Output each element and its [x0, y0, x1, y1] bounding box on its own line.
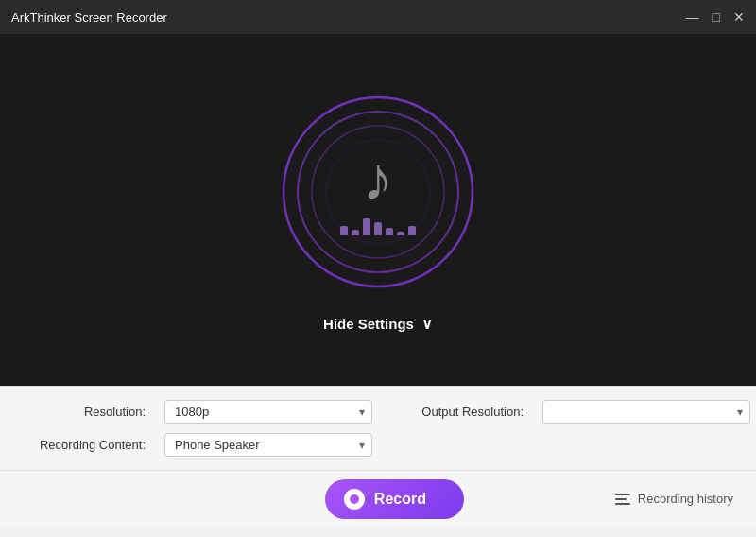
output-resolution-label: Output Resolution: [391, 405, 524, 419]
recording-history-button[interactable]: Recording history [615, 492, 733, 506]
chevron-down-icon: ∨ [421, 315, 433, 333]
history-label: Recording history [638, 492, 733, 506]
history-line-3 [615, 503, 630, 505]
eq-bars [340, 217, 416, 235]
list-icon [615, 494, 630, 505]
close-button[interactable]: ✕ [733, 10, 745, 24]
history-line-2 [615, 498, 627, 500]
recording-content-row: Recording Content: Phone Speaker System … [23, 433, 733, 457]
hide-settings-toggle[interactable]: Hide Settings ∨ [323, 315, 433, 333]
title-bar: ArkThinker Screen Recorder — □ ✕ [0, 0, 756, 34]
title-bar-left: ArkThinker Screen Recorder [11, 10, 167, 25]
eq-bar [374, 222, 382, 235]
app-title: ArkThinker Screen Recorder [11, 10, 167, 25]
history-line-1 [615, 494, 630, 495]
record-button[interactable]: Record [325, 479, 464, 519]
eq-bar [386, 228, 393, 235]
eq-bar [408, 226, 416, 235]
record-icon-inner [350, 494, 359, 504]
eq-bar [397, 232, 404, 235]
record-icon [344, 489, 365, 510]
recording-content-label: Recording Content: [23, 438, 146, 452]
maximize-button[interactable]: □ [713, 10, 720, 24]
main-content: ♪ Hide Settings ∨ [0, 34, 756, 386]
audio-visualizer: ♪ [274, 88, 482, 296]
minimize-button[interactable]: — [686, 10, 699, 24]
eq-bar [340, 226, 348, 235]
settings-panel: Resolution: 1080p 720p 1440p 4K Output R… [0, 386, 756, 470]
resolution-select-wrapper: 1080p 720p 1440p 4K [164, 400, 372, 424]
record-center: Record [174, 479, 615, 519]
resolution-label: Resolution: [23, 405, 146, 419]
eq-bar [363, 218, 370, 235]
music-note-container: ♪ [340, 148, 416, 235]
resolution-select[interactable]: 1080p 720p 1440p 4K [164, 400, 372, 424]
title-bar-controls: — □ ✕ [686, 10, 745, 24]
action-bar: Record Recording history [0, 470, 756, 527]
music-note-icon: ♪ [363, 148, 393, 209]
record-label: Record [374, 491, 426, 508]
resolution-row: Resolution: 1080p 720p 1440p 4K Output R… [23, 400, 733, 424]
output-resolution-select[interactable] [542, 400, 750, 424]
eq-bar [352, 230, 359, 235]
settings-toggle-label: Hide Settings [323, 316, 414, 332]
output-resolution-select-wrapper [542, 400, 750, 424]
recording-content-select-wrapper: Phone Speaker System Audio Microphone No… [164, 433, 372, 457]
recording-content-select[interactable]: Phone Speaker System Audio Microphone No… [164, 433, 372, 457]
